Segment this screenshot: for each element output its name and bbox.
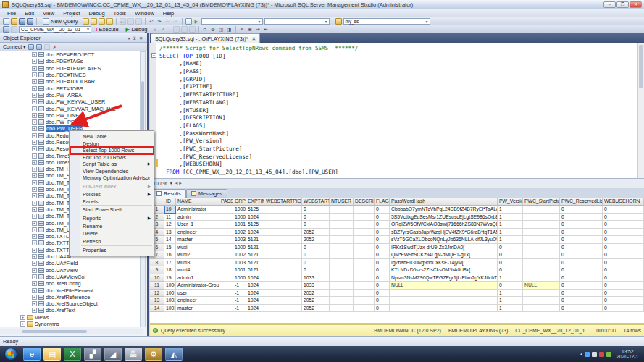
grid-cell[interactable]: [330, 221, 354, 229]
grid-cell[interactable]: [523, 214, 560, 222]
grid-cell[interactable]: 1001: [233, 266, 246, 274]
folder-icon[interactable]: [335, 18, 342, 25]
grid-cell[interactable]: [354, 236, 375, 244]
results-to-file-icon[interactable]: [189, 26, 196, 33]
grid-cell[interactable]: 1001: [164, 290, 176, 298]
refresh-tree-icon[interactable]: [28, 44, 34, 50]
expand-icon[interactable]: +: [32, 79, 37, 84]
grid-cell[interactable]: [219, 282, 233, 290]
window-position-icon[interactable]: ▾: [127, 35, 132, 41]
pin-icon[interactable]: ⊻: [132, 35, 138, 41]
execute-button[interactable]: ! Execute: [93, 25, 122, 33]
column-header-pwc_startpicture[interactable]: PWC_StartPicture: [523, 198, 560, 206]
grid-cell[interactable]: 1003: [233, 259, 246, 267]
grid-cell[interactable]: 1: [498, 221, 523, 229]
expand-icon[interactable]: +: [32, 301, 37, 306]
column-header-passwordhash[interactable]: PassWordHash: [390, 198, 498, 206]
expand-icon[interactable]: +: [32, 240, 37, 245]
expand-icon[interactable]: +: [32, 106, 37, 111]
grid-cell[interactable]: [264, 221, 302, 229]
row-selector[interactable]: 9: [150, 266, 164, 274]
internet-explorer-icon[interactable]: e: [23, 348, 41, 361]
grid-cell[interactable]: 1003: [164, 305, 176, 313]
grid-cell[interactable]: [354, 266, 375, 274]
tree-item-dbo-ua-field[interactable]: +dbo.UA#Field: [0, 260, 143, 266]
filter-icon[interactable]: [36, 44, 42, 50]
indent-icon[interactable]: ⇥: [255, 26, 262, 33]
row-selector[interactable]: 11: [150, 282, 164, 290]
context-menu-item-policies[interactable]: Policies▶: [70, 191, 154, 198]
grid-cell[interactable]: 0: [302, 259, 330, 267]
grid-cell[interactable]: 0: [375, 290, 390, 298]
grid-cell[interactable]: 18: [164, 266, 176, 274]
grid-cell[interactable]: [523, 229, 560, 237]
grid-cell[interactable]: [354, 305, 375, 313]
grid-cell[interactable]: [219, 290, 233, 298]
grid-cell[interactable]: Ig7babEu3uivg9ddCxKsE-14jyM[: [390, 259, 498, 267]
grid-cell[interactable]: [219, 251, 233, 259]
grid-cell[interactable]: [219, 244, 233, 252]
grid-cell[interactable]: 0: [560, 206, 603, 214]
grid-cell[interactable]: -1: [233, 290, 246, 298]
grid-cell[interactable]: [219, 229, 233, 237]
column-header-webstartpicture[interactable]: WEBSTARTPICTURE: [264, 198, 302, 206]
show-estimated-plan-icon[interactable]: ⊓: [202, 26, 209, 33]
grid-cell[interactable]: [264, 236, 302, 244]
grid-cell[interactable]: [264, 251, 302, 259]
grid-cell[interactable]: [264, 259, 302, 267]
grid-cell[interactable]: Npsm3NsMZ96QwTPGZEgr1jLrEbm2gYKJtlcbT8L3…: [390, 274, 498, 282]
column-header-flags[interactable]: FLAGS: [375, 198, 390, 206]
grid-cell[interactable]: 1024: [246, 274, 264, 282]
maximize-button[interactable]: ❐: [616, 1, 629, 8]
grid-cell[interactable]: [354, 282, 375, 290]
expand-icon[interactable]: +: [20, 321, 25, 327]
sql-code[interactable]: /****** Script for SelectTopNRows comman…: [159, 45, 358, 177]
context-menu-item-refresh[interactable]: Refresh: [70, 238, 154, 245]
grid-cell[interactable]: [219, 236, 233, 244]
grid-cell[interactable]: 1000: [233, 274, 246, 282]
expand-icon[interactable]: +: [32, 227, 37, 232]
grid-cell[interactable]: [354, 251, 375, 259]
grid-cell[interactable]: 0: [498, 251, 523, 259]
grid-cell[interactable]: 2052: [302, 297, 330, 305]
grid-cell[interactable]: 1003: [233, 236, 246, 244]
tab-results[interactable]: Results: [151, 189, 186, 198]
expand-icon[interactable]: +: [32, 126, 37, 131]
column-header-exptime[interactable]: EXPTIME: [246, 198, 264, 206]
grid-cell[interactable]: [264, 282, 302, 290]
grid-cell[interactable]: 0: [603, 236, 644, 244]
context-menu-item-facets[interactable]: Facets: [70, 198, 154, 206]
redo-icon[interactable]: ↷: [156, 18, 163, 25]
menu-edit[interactable]: Edit: [20, 10, 38, 17]
grid-cell[interactable]: 1024: [246, 282, 264, 290]
expand-icon[interactable]: +: [32, 214, 37, 219]
expand-icon[interactable]: +: [32, 180, 37, 185]
expand-icon[interactable]: +: [32, 193, 37, 198]
grid-cell[interactable]: [354, 244, 375, 252]
open-file-icon[interactable]: [11, 18, 17, 25]
splitter-handle[interactable]: ◂ ▸: [175, 180, 182, 186]
expand-icon[interactable]: +: [32, 167, 37, 172]
grid-cell[interactable]: 16: [164, 251, 176, 259]
grid-cell[interactable]: [330, 274, 354, 282]
results-to-text-icon[interactable]: [173, 26, 180, 33]
grid-cell[interactable]: wuxi2: [176, 251, 219, 259]
grid-cell[interactable]: 0: [375, 282, 390, 290]
expand-icon[interactable]: +: [32, 140, 37, 145]
grid-cell[interactable]: 1002: [164, 297, 176, 305]
secondary-combo[interactable]: ▼: [264, 18, 330, 25]
query-options-icon[interactable]: ⚙: [210, 26, 217, 33]
expand-icon[interactable]: +: [32, 254, 37, 259]
grid-cell[interactable]: [219, 274, 233, 282]
grid-cell[interactable]: 5121: [246, 251, 264, 259]
grid-cell[interactable]: [330, 259, 354, 267]
expand-icon[interactable]: +: [32, 66, 37, 71]
column-header-grpid[interactable]: GRPID: [233, 198, 246, 206]
grid-cell[interactable]: 1: [498, 290, 523, 298]
grid-cell[interactable]: [330, 214, 354, 222]
grid-cell[interactable]: 1024: [246, 305, 264, 313]
context-menu-item-rename[interactable]: Rename: [70, 223, 154, 230]
zoom-dropdown-icon[interactable]: ▼: [170, 181, 173, 185]
row-selector[interactable]: 10: [150, 274, 164, 282]
tray-volume-icon[interactable]: [592, 352, 597, 357]
